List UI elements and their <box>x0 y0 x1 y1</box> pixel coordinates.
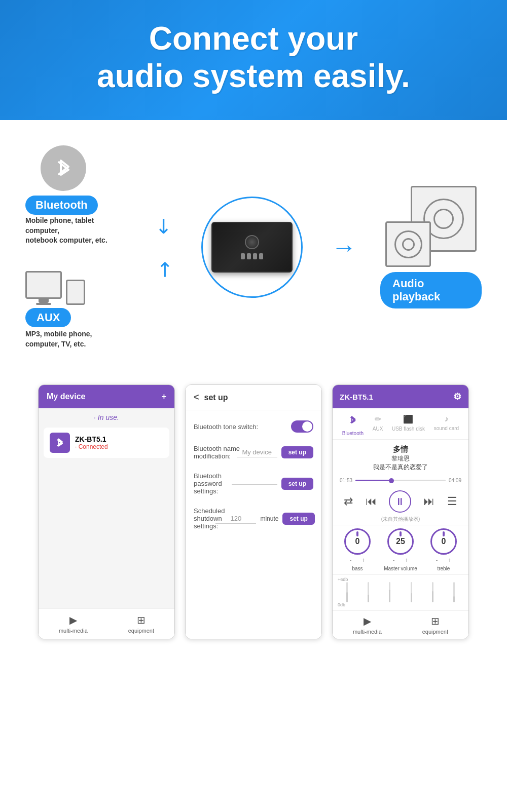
eq-slider-5[interactable] <box>432 582 433 602</box>
pcb-port-2 <box>247 253 251 259</box>
time-total: 04:09 <box>449 478 461 483</box>
back-arrow-btn[interactable]: < <box>194 392 199 403</box>
tab-aux[interactable]: ✏ AUX <box>373 414 383 436</box>
tab-sound-label: sound card <box>434 426 459 431</box>
song-artist: 黎瑞恩 <box>338 454 463 463</box>
screen1-body: · In use. ZK-BT5.1 · Connected <box>39 408 174 608</box>
playlist-btn[interactable]: ☰ <box>447 495 457 508</box>
tab-usb[interactable]: ⬛ USB flash disk <box>392 414 425 436</box>
screen1-title: My device <box>47 392 85 401</box>
progress-fill <box>355 480 391 481</box>
screen3-footer: ▶ multi-media ⊞ equipment <box>333 610 468 639</box>
device-icon-box <box>50 433 70 453</box>
shuffle-btn[interactable]: ⇄ <box>344 495 353 508</box>
speakers-group <box>385 186 477 267</box>
tab-aux-label: AUX <box>373 426 383 432</box>
screen-setup: < set up Bluetooth tone switch: Bluetoot… <box>185 384 322 639</box>
screen3-footer-multimedia[interactable]: ▶ multi-media <box>353 615 382 635</box>
eq-slider-2[interactable] <box>368 582 369 602</box>
toggle-knob <box>302 421 312 432</box>
aux-desc: MP3, mobile phone, computer, TV, etc. <box>25 329 127 349</box>
bluetooth-source: Bluetooth Mobile phone, tablet computer,… <box>25 145 127 246</box>
treble-knob[interactable]: 0 <box>430 528 457 555</box>
tab-sound[interactable]: ♪ sound card <box>434 414 459 436</box>
volume-pm-row: - + <box>392 557 408 564</box>
treble-plus[interactable]: + <box>448 557 451 564</box>
screen3-title: ZK-BT5.1 <box>340 393 373 401</box>
time-current: 01:53 <box>340 478 352 483</box>
bluetooth-circle-icon <box>41 145 86 191</box>
volume-minus[interactable]: - <box>392 557 394 564</box>
arrow-up-right-icon: ↗ <box>150 255 178 284</box>
tab-usb-label: USB flash disk <box>392 426 425 432</box>
bass-knob[interactable]: 0 <box>344 528 371 555</box>
bt-tone-row: Bluetooth tone switch: <box>194 420 313 433</box>
bt-shutdown-row: Scheduled shutdown settings: 120 minute … <box>194 507 313 530</box>
bass-minus[interactable]: - <box>350 557 352 564</box>
tab-usb-icon: ⬛ <box>403 414 413 424</box>
apps-section: My device + · In use. ZK-BT5.1 · Connect… <box>0 364 507 660</box>
bt-name-setup-btn[interactable]: set up <box>281 446 313 458</box>
treble-pm-row: - + <box>436 557 451 564</box>
monitor-stand <box>39 299 49 303</box>
player-controls: ⇄ ⏮ ⏸ ⏭ ☰ <box>333 487 468 516</box>
eq-sliders <box>338 582 463 602</box>
treble-label: treble <box>437 566 450 571</box>
volume-knob[interactable]: 25 <box>387 528 414 555</box>
bt-shutdown-controls: 120 minute set up <box>225 513 314 525</box>
screen3-footer-equipment[interactable]: ⊞ equipment <box>422 615 448 635</box>
db-zero-label: 0db <box>338 602 463 607</box>
eq-slider-1[interactable] <box>346 582 348 602</box>
left-sources: Bluetooth Mobile phone, tablet computer,… <box>25 145 127 349</box>
volume-label: Master volume <box>384 566 417 571</box>
device-status: · Connected <box>75 443 108 450</box>
bluetooth-label-pill: Bluetooth <box>25 196 98 215</box>
screen2-title: set up <box>204 393 228 402</box>
screen1-add-btn[interactable]: + <box>162 392 166 401</box>
progress-bar-area: 01:53 04:09 <box>333 474 468 487</box>
bass-plus[interactable]: + <box>362 557 366 564</box>
bt-shutdown-setup-btn[interactable]: set up <box>282 513 314 525</box>
tab-bluetooth-label: Bluetooth <box>342 431 364 436</box>
pcb-board <box>211 222 293 273</box>
footer-equipment[interactable]: ⊞ equipment <box>128 614 154 634</box>
device-name: ZK-BT5.1 <box>75 435 108 443</box>
bass-label: bass <box>352 566 363 571</box>
next-btn[interactable]: ⏭ <box>423 495 434 508</box>
gear-icon[interactable]: ⚙ <box>453 391 461 402</box>
bt-pwd-setup-btn[interactable]: set up <box>281 478 313 490</box>
tab-bluetooth[interactable]: Bluetooth <box>342 414 364 436</box>
player-tabs: Bluetooth ✏ AUX ⬛ USB flash disk ♪ sound… <box>333 408 468 440</box>
tablet-icon <box>66 280 85 305</box>
treble-minus[interactable]: - <box>436 557 438 564</box>
eq-slider-6[interactable] <box>453 582 455 602</box>
headline-line1: Connect your <box>149 20 358 57</box>
device-row[interactable]: ZK-BT5.1 · Connected <box>44 428 169 458</box>
tab-bluetooth-icon <box>347 414 358 429</box>
monitor-device <box>25 271 62 305</box>
bt-name-input[interactable]: My device <box>237 447 277 457</box>
diagram-section: Bluetooth Mobile phone, tablet computer,… <box>0 120 507 364</box>
bt-tone-toggle[interactable] <box>291 420 313 433</box>
diagram-inner: Bluetooth Mobile phone, tablet computer,… <box>25 145 482 349</box>
eq-slider-4[interactable] <box>411 582 412 602</box>
screen-my-device: My device + · In use. ZK-BT5.1 · Connect… <box>38 384 175 639</box>
aux-label-pill: AUX <box>25 308 71 327</box>
speaker-large-inner <box>433 209 454 229</box>
footer-multimedia[interactable]: ▶ multi-media <box>59 614 88 634</box>
volume-plus[interactable]: + <box>405 557 408 564</box>
prev-btn[interactable]: ⏮ <box>366 495 377 508</box>
bt-shutdown-input[interactable]: 120 <box>215 514 256 524</box>
progress-track[interactable] <box>355 480 446 481</box>
audio-playback-label: Audio playback <box>380 272 482 308</box>
play-pause-btn[interactable]: ⏸ <box>389 490 411 513</box>
pcb-port-3 <box>253 253 257 259</box>
in-use-text: · In use. <box>44 413 169 421</box>
playlist-note: (未自其他播放器) <box>333 516 468 525</box>
treble-knob-group: 0 - + treble <box>430 528 457 571</box>
bt-pwd-input[interactable] <box>232 482 277 485</box>
tab-aux-icon: ✏ <box>375 414 381 424</box>
speaker-small-icon <box>385 221 431 267</box>
eq-area: +6db 0db <box>333 574 468 610</box>
eq-slider-3[interactable] <box>389 582 390 602</box>
